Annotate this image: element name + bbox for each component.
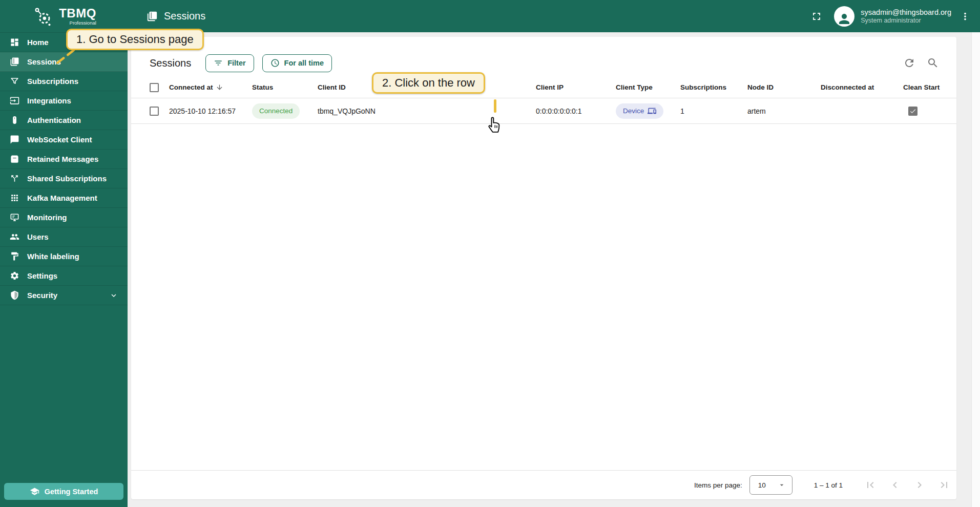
cell-subscriptions: 1 bbox=[680, 107, 747, 115]
column-header-client-ip[interactable]: Client IP bbox=[536, 83, 616, 91]
filter-list-icon bbox=[214, 58, 223, 68]
sidebar-item-subscriptions[interactable]: Subscriptions bbox=[0, 72, 128, 91]
getting-started-button[interactable]: Getting Started bbox=[4, 483, 123, 500]
sidebar-item-shared-subscriptions[interactable]: Shared Subscriptions bbox=[0, 169, 128, 188]
fullscreen-icon bbox=[810, 10, 823, 23]
range-label: 1 – 1 of 1 bbox=[814, 481, 843, 489]
chevron-right-icon bbox=[913, 479, 926, 491]
sidebar-item-label: Kafka Management bbox=[27, 194, 97, 202]
brand-name: TBMQ bbox=[59, 7, 96, 19]
sidebar-item-websocket-client[interactable]: WebSocket Client bbox=[0, 130, 128, 150]
sidebar-item-retained-messages[interactable]: Retained Messages bbox=[0, 150, 128, 169]
search-icon bbox=[927, 57, 939, 69]
column-header-connected-at[interactable]: Connected at bbox=[169, 83, 252, 91]
apps-grid-icon bbox=[10, 193, 19, 203]
items-per-page-label: Items per page: bbox=[694, 481, 742, 489]
sidebar-item-users[interactable]: Users bbox=[0, 227, 128, 247]
time-range-label: For all time bbox=[284, 59, 324, 67]
dashboard-icon bbox=[10, 37, 19, 47]
scrollbar-track[interactable] bbox=[971, 32, 980, 507]
column-label: Client IP bbox=[536, 83, 564, 91]
column-header-status[interactable]: Status bbox=[252, 83, 318, 91]
check-icon bbox=[909, 108, 916, 115]
page-title: Sessions bbox=[150, 57, 191, 69]
sidebar-item-integrations[interactable]: Integrations bbox=[0, 91, 128, 111]
shield-icon bbox=[10, 290, 19, 300]
avatar[interactable] bbox=[834, 6, 854, 27]
getting-started-label: Getting Started bbox=[45, 488, 98, 496]
column-header-subscriptions[interactable]: Subscriptions bbox=[680, 83, 747, 91]
time-range-button[interactable]: For all time bbox=[262, 54, 332, 72]
fullscreen-button[interactable] bbox=[810, 10, 823, 23]
select-all-checkbox[interactable] bbox=[150, 83, 159, 92]
next-page-button[interactable] bbox=[913, 479, 926, 491]
sidebar-item-monitoring[interactable]: Monitoring bbox=[0, 208, 128, 227]
sidebar-item-label: Shared Subscriptions bbox=[27, 174, 107, 183]
sidebar: Home Sessions Subscriptions Integrations… bbox=[0, 32, 128, 507]
sidebar-item-label: Retained Messages bbox=[27, 155, 98, 163]
input-icon bbox=[10, 96, 19, 105]
column-header-disconnected-at[interactable]: Disconnected at bbox=[821, 83, 903, 91]
column-label: Subscriptions bbox=[680, 83, 726, 91]
sidebar-item-label: Settings bbox=[27, 271, 57, 280]
sidebar-item-white-labeling[interactable]: White labeling bbox=[0, 247, 128, 266]
column-label: Node ID bbox=[747, 83, 774, 91]
sidebar-item-authentication[interactable]: Authentication bbox=[0, 111, 128, 130]
column-label: Status bbox=[252, 83, 273, 91]
user-info[interactable]: sysadmin@thingsboard.org System administ… bbox=[861, 8, 951, 25]
arrow-down-icon bbox=[216, 83, 223, 91]
page-size-select[interactable]: 10 bbox=[749, 475, 793, 495]
monitor-icon bbox=[10, 213, 19, 222]
last-page-button[interactable] bbox=[938, 479, 950, 491]
sidebar-item-settings[interactable]: Settings bbox=[0, 266, 128, 286]
mouse-icon bbox=[10, 115, 19, 125]
topbar: TBMQ Professional Sessions sysadmin@thin… bbox=[0, 0, 980, 32]
row-checkbox[interactable] bbox=[150, 107, 159, 116]
table-header-row: Connected at Status Client ID Client IP … bbox=[131, 77, 956, 98]
sessions-card: Sessions Filter For all time bbox=[131, 37, 956, 499]
annotation-pointer-line bbox=[494, 99, 496, 113]
sessions-book-icon bbox=[147, 11, 158, 22]
column-label: Clean Start bbox=[903, 83, 940, 91]
sidebar-item-kafka-management[interactable]: Kafka Management bbox=[0, 188, 128, 208]
first-page-icon bbox=[864, 479, 877, 491]
users-icon bbox=[10, 232, 19, 242]
column-header-client-type[interactable]: Client Type bbox=[616, 83, 680, 91]
column-header-clean-start[interactable]: Clean Start bbox=[903, 83, 946, 91]
filter-button-label: Filter bbox=[227, 59, 245, 67]
select-arrow-icon bbox=[778, 481, 786, 489]
main-content: Sessions Filter For all time bbox=[128, 32, 971, 507]
previous-page-button[interactable] bbox=[889, 479, 901, 491]
sessions-book-icon bbox=[10, 57, 19, 67]
filter-button[interactable]: Filter bbox=[205, 54, 254, 72]
page-size-value: 10 bbox=[758, 481, 766, 489]
table-row[interactable]: 2025-10-10 12:16:57 Connected tbmq_VQJpG… bbox=[131, 98, 956, 124]
annotation-step-2: 2. Click on the row bbox=[372, 72, 485, 94]
cell-connected-at: 2025-10-10 12:16:57 bbox=[169, 107, 252, 115]
search-button[interactable] bbox=[927, 57, 939, 69]
user-email: sysadmin@thingsboard.org bbox=[861, 8, 951, 17]
sidebar-item-label: Home bbox=[27, 38, 49, 47]
annotation-connector-line bbox=[51, 47, 79, 69]
first-page-button[interactable] bbox=[864, 479, 877, 491]
device-icon bbox=[648, 107, 656, 115]
sidebar-item-label: Security bbox=[27, 291, 57, 300]
column-label: Client ID bbox=[318, 83, 346, 91]
clock-icon bbox=[270, 58, 280, 68]
column-label: Disconnected at bbox=[821, 83, 874, 91]
chevron-left-icon bbox=[889, 479, 901, 491]
user-role: System administrator bbox=[861, 17, 951, 25]
sidebar-item-security[interactable]: Security bbox=[0, 286, 128, 305]
clean-start-checkbox[interactable] bbox=[908, 107, 918, 116]
kebab-menu-button[interactable] bbox=[960, 11, 971, 22]
last-page-icon bbox=[938, 479, 950, 491]
sidebar-item-label: White labeling bbox=[27, 252, 79, 261]
sidebar-item-label: Integrations bbox=[27, 96, 71, 105]
column-label: Client Type bbox=[616, 83, 653, 91]
column-header-node-id[interactable]: Node ID bbox=[747, 83, 821, 91]
call-split-icon bbox=[10, 174, 19, 183]
sidebar-item-label: Authentication bbox=[27, 116, 81, 124]
brand-logo: TBMQ Professional bbox=[0, 5, 128, 28]
graduation-cap-icon bbox=[30, 487, 39, 496]
refresh-button[interactable] bbox=[903, 57, 915, 69]
